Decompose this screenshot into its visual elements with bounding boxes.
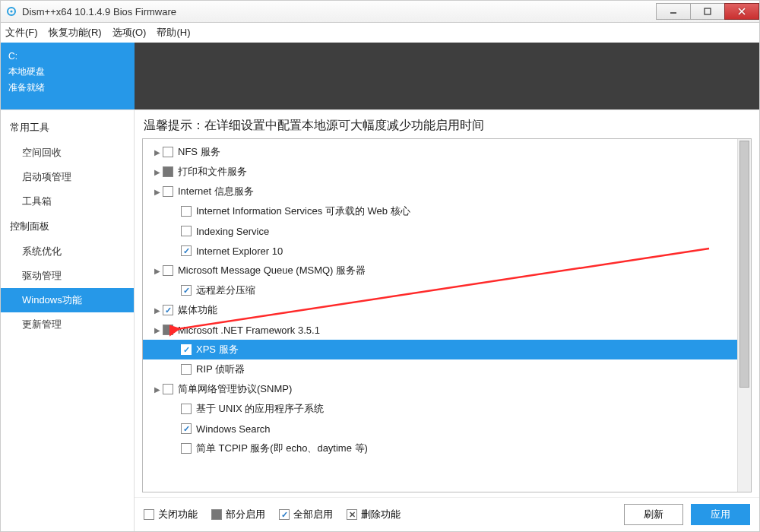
tree-item-nfs[interactable]: ▶NFS 服务 bbox=[143, 142, 737, 162]
menu-help[interactable]: 帮助(H) bbox=[157, 26, 190, 40]
checkbox-icon[interactable] bbox=[181, 423, 192, 434]
checkbox-icon[interactable] bbox=[163, 186, 173, 197]
sidebar-item-toolbox[interactable]: 工具箱 bbox=[1, 189, 134, 214]
menu-file[interactable]: 文件(F) bbox=[5, 26, 38, 40]
tree-item-ie10[interactable]: ▶Internet Explorer 10 bbox=[143, 241, 737, 261]
sidebar-item-update[interactable]: 更新管理 bbox=[1, 312, 134, 337]
checkbox-icon[interactable] bbox=[181, 443, 192, 454]
disk-dark-area bbox=[135, 43, 759, 109]
tip-text: 温馨提示：在详细设置中配置本地源可大幅度减少功能启用时间 bbox=[135, 110, 759, 138]
disk-card[interactable]: C: 本地硬盘 准备就绪 bbox=[1, 43, 135, 109]
tree-item-dotnet[interactable]: ▶Microsoft .NET Framework 3.5.1 bbox=[143, 320, 737, 340]
sidebar-item-driver[interactable]: 驱动管理 bbox=[1, 264, 134, 288]
checkbox-icon[interactable] bbox=[163, 305, 173, 315]
checkbox-icon[interactable] bbox=[163, 325, 173, 335]
tree-item-snmp[interactable]: ▶简单网络管理协议(SNMP) bbox=[143, 379, 737, 399]
feature-tree: ▶NFS 服务 ▶打印和文件服务 ▶Internet 信息服务 ▶Interne… bbox=[142, 138, 752, 492]
disk-drive: C: bbox=[8, 49, 127, 64]
legend-partial: 部分启用 bbox=[211, 508, 265, 521]
scrollbar-thumb[interactable] bbox=[739, 141, 749, 388]
disk-banner: C: 本地硬盘 准备就绪 bbox=[1, 43, 759, 109]
legend-on: 全部启用 bbox=[279, 508, 333, 521]
tree-item-msmq[interactable]: ▶Microsoft Message Queue (MSMQ) 服务器 bbox=[143, 261, 737, 280]
disk-type: 本地硬盘 bbox=[8, 64, 127, 79]
checkbox-icon[interactable] bbox=[181, 285, 192, 296]
scrollbar[interactable] bbox=[737, 139, 751, 492]
tree-item-xps[interactable]: ▶XPS 服务 bbox=[143, 340, 737, 359]
sidebar-item-optimize[interactable]: 系统优化 bbox=[1, 239, 134, 264]
legend-off: 关闭功能 bbox=[144, 508, 198, 521]
window-title: Dism++x64 10.1.4.9 Bios Firmware bbox=[22, 6, 176, 17]
tree-item-rdc[interactable]: ▶远程差分压缩 bbox=[143, 280, 737, 300]
checkbox-icon[interactable] bbox=[163, 384, 173, 394]
sidebar-item-windows-features[interactable]: Windows功能 bbox=[1, 288, 134, 312]
menu-restore[interactable]: 恢复功能(R) bbox=[49, 26, 102, 40]
tree-item-iis[interactable]: ▶Internet 信息服务 bbox=[143, 182, 737, 201]
app-icon bbox=[5, 5, 17, 17]
checkbox-icon[interactable] bbox=[181, 404, 192, 414]
svg-rect-3 bbox=[705, 8, 711, 14]
menu-bar: 文件(F) 恢复功能(R) 选项(O) 帮助(H) bbox=[0, 23, 760, 43]
tree-item-indexing[interactable]: ▶Indexing Service bbox=[143, 221, 737, 241]
legend-del: 删除功能 bbox=[347, 508, 401, 521]
checkbox-icon[interactable] bbox=[181, 245, 192, 256]
legend-bar: 关闭功能 部分启用 全部启用 删除功能 刷新 应用 bbox=[135, 497, 759, 531]
sidebar: 常用工具 空间回收 启动项管理 工具箱 控制面板 系统优化 驱动管理 Windo… bbox=[1, 110, 135, 531]
tree-item-media[interactable]: ▶媒体功能 bbox=[143, 300, 737, 320]
disk-status: 准备就绪 bbox=[8, 80, 127, 95]
checkbox-icon[interactable] bbox=[163, 166, 173, 177]
svg-point-1 bbox=[10, 10, 12, 12]
window-controls bbox=[657, 3, 759, 20]
tree-item-rip[interactable]: ▶RIP 侦听器 bbox=[143, 359, 737, 379]
checkbox-icon[interactable] bbox=[181, 364, 192, 375]
minimize-button[interactable] bbox=[656, 3, 691, 20]
sidebar-item-startup[interactable]: 启动项管理 bbox=[1, 165, 134, 189]
checkbox-icon[interactable] bbox=[163, 265, 173, 276]
menu-options[interactable]: 选项(O) bbox=[112, 26, 147, 40]
checkbox-icon[interactable] bbox=[163, 147, 173, 157]
sidebar-item-space[interactable]: 空间回收 bbox=[1, 141, 134, 165]
apply-button[interactable]: 应用 bbox=[691, 504, 750, 525]
checkbox-icon[interactable] bbox=[181, 206, 192, 217]
tree-item-iis-webcore[interactable]: ▶Internet Information Services 可承载的 Web … bbox=[143, 201, 737, 221]
checkbox-icon[interactable] bbox=[181, 344, 192, 355]
checkbox-icon[interactable] bbox=[181, 226, 192, 236]
tree-item-tcpip[interactable]: ▶简单 TCPIP 服务(即 echo、daytime 等) bbox=[143, 439, 737, 458]
title-bar: Dism++x64 10.1.4.9 Bios Firmware bbox=[0, 0, 760, 23]
refresh-button[interactable]: 刷新 bbox=[624, 504, 683, 525]
sidebar-section-control: 控制面板 bbox=[1, 214, 134, 239]
tree-item-winsearch[interactable]: ▶Windows Search bbox=[143, 419, 737, 439]
maximize-button[interactable] bbox=[690, 3, 725, 20]
tree-item-unix[interactable]: ▶基于 UNIX 的应用程序子系统 bbox=[143, 399, 737, 419]
tree-item-print[interactable]: ▶打印和文件服务 bbox=[143, 162, 737, 182]
sidebar-section-tools: 常用工具 bbox=[1, 115, 134, 141]
close-button[interactable] bbox=[724, 3, 759, 20]
